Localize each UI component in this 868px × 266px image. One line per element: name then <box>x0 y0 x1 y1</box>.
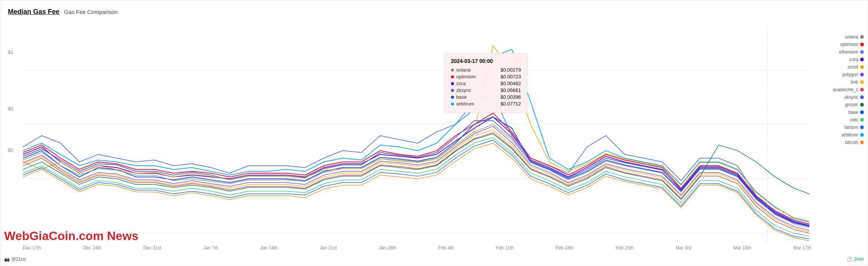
x-label-mar10: Mar 10th <box>733 245 751 251</box>
legend-item-solana: solana <box>833 34 864 40</box>
legend-label-zksync: zksync <box>844 95 858 100</box>
tooltip-name-zksync: zksync <box>456 87 498 93</box>
legend-label-optimism: optimism <box>840 42 858 47</box>
legend-item-arbitrum: arbitrum <box>833 132 864 138</box>
legend-dot-bnb <box>860 80 864 84</box>
legend-label-bitcoin: bitcoin <box>845 140 858 145</box>
legend-label-solana: solana <box>845 34 858 40</box>
x-label-mar3: Mar 3rd <box>676 245 691 251</box>
tooltip-name-base: base <box>456 94 498 100</box>
legend-label-gnosis: gnosis <box>845 102 858 107</box>
legend-label-zora: zora <box>850 57 858 62</box>
timer-icon: 🕐 <box>847 257 853 262</box>
legend-dot-gnosis <box>860 103 864 107</box>
tooltip-dot-zora <box>451 82 454 85</box>
tooltip-dot-solana <box>451 69 454 72</box>
legend-label-polygon: polygon <box>842 72 858 77</box>
chart-area <box>23 27 809 243</box>
legend-label-ethereum: ethereum <box>839 49 858 55</box>
legend-item-polygon: polygon <box>833 72 864 77</box>
tooltip-dot-arbitrum <box>451 102 454 105</box>
legend-label-avalanche: avalanche_c <box>833 87 858 92</box>
legend-dot-zksync <box>860 95 864 99</box>
tooltip-row-base: base $0.00396 <box>451 94 521 100</box>
legend-item-zksync: zksync <box>833 95 864 100</box>
legend-dot-avalanche <box>860 88 864 92</box>
x-label-dec17: Dec 17th <box>23 245 41 251</box>
attribution: 📷 @21co <box>4 257 26 262</box>
legend-item-ethereum: ethereum <box>833 49 864 55</box>
legend-dot-ethereum <box>860 50 864 54</box>
tooltip-name-arbitrum: arbitrum <box>456 101 498 107</box>
legend-dot-solana <box>860 35 864 39</box>
legend-dot-polygon <box>860 73 864 76</box>
timer-text: 2min <box>854 257 864 262</box>
tooltip-value-zksync: $0.06661 <box>501 87 521 93</box>
legend-item-bitcoin: bitcoin <box>833 140 864 145</box>
legend-dot-bitcoin <box>860 141 864 144</box>
tooltip-value-zora: $0.00482 <box>501 81 521 86</box>
x-label-feb25: Feb 25th <box>616 245 633 251</box>
watermark: WebGiaCoin.com News <box>4 229 139 243</box>
chart-header: Median Gas Fee Gas Fee Comparison <box>8 8 118 16</box>
x-label-feb18: Feb 18th <box>556 245 574 251</box>
x-label-jan21: Jan 21st <box>320 245 337 251</box>
x-label-jan28: Jan 28th <box>379 245 396 251</box>
legend-item-avalanche: avalanche_c <box>833 87 864 92</box>
tooltip-dot-base <box>451 96 454 99</box>
legend-item-celo: celo <box>833 117 864 122</box>
tooltip-name-zora: zora <box>456 81 498 86</box>
tooltip-row-optimism: optimism $0.00723 <box>451 74 521 79</box>
attribution-text: @21co <box>11 257 26 262</box>
legend-label-celo: celo <box>850 117 858 122</box>
legend-item-bnb: bnb <box>833 79 864 85</box>
refresh-timer: 🕐 2min <box>847 257 864 262</box>
x-label-jan7: Jan 7th <box>203 245 218 251</box>
legend-item-gnosis: gnosis <box>833 102 864 107</box>
tooltip-row-solana: solana $0.00279 <box>451 67 521 73</box>
legend-dot-scroll <box>860 65 864 69</box>
legend-dot-base <box>860 110 864 114</box>
legend-dot-fantom <box>860 125 864 129</box>
x-axis: Dec 17th Dec 24th Dec 31st Jan 7th Jan 1… <box>23 245 811 251</box>
legend-label-arbitrum: arbitrum <box>842 132 858 138</box>
legend-label-bnb: bnb <box>851 79 858 85</box>
legend-item-fantom: fantom <box>833 125 864 130</box>
chart-legend: solana optimism ethereum zora scroll pol… <box>833 34 864 145</box>
y-label-3: $0 <box>8 147 13 153</box>
legend-item-base: base <box>833 110 864 115</box>
tooltip-value-base: $0.00396 <box>501 94 521 100</box>
y-label-1: $1 <box>8 49 13 55</box>
tooltip-date: 2024-03-17 00:00 <box>451 58 521 64</box>
tooltip-name-optimism: optimism <box>456 74 498 79</box>
x-label-dec31: Dec 31st <box>143 245 161 251</box>
x-label-feb4: Feb 4th <box>439 245 454 251</box>
legend-dot-celo <box>860 118 864 122</box>
legend-label-fantom: fantom <box>844 125 858 130</box>
legend-dot-arbitrum <box>860 133 864 137</box>
tooltip-row-arbitrum: arbitrum $0.07712 <box>451 101 521 107</box>
legend-dot-zora <box>860 58 864 61</box>
legend-label-scroll: scroll <box>848 64 858 70</box>
x-label-dec24: Dec 24th <box>83 245 101 251</box>
chart-title-sub: Gas Fee Comparison <box>64 9 118 15</box>
legend-item-zora: zora <box>833 57 864 62</box>
chart-tooltip: 2024-03-17 00:00 solana $0.00279 optimis… <box>445 53 527 113</box>
legend-item-optimism: optimism <box>833 42 864 47</box>
tooltip-value-optimism: $0.00723 <box>501 74 521 79</box>
tooltip-row-zksync: zksync $0.06661 <box>451 87 521 93</box>
chart-container: Median Gas Fee Gas Fee Comparison $1 $0 … <box>0 0 868 266</box>
legend-dot-optimism <box>860 43 864 46</box>
x-label-jan14: Jan 14th <box>260 245 277 251</box>
y-label-2: $0 <box>8 106 13 112</box>
tooltip-dot-zksync <box>451 89 454 92</box>
attribution-icon: 📷 <box>4 257 10 262</box>
tooltip-value-arbitrum: $0.07712 <box>501 101 521 107</box>
x-label-feb11: Feb 11th <box>496 245 513 251</box>
tooltip-dot-optimism <box>451 75 454 78</box>
legend-label-base: base <box>848 110 858 115</box>
legend-item-scroll: scroll <box>833 64 864 70</box>
tooltip-value-solana: $0.00279 <box>501 67 521 73</box>
chart-svg <box>23 27 809 243</box>
tooltip-name-solana: solana <box>456 67 498 73</box>
